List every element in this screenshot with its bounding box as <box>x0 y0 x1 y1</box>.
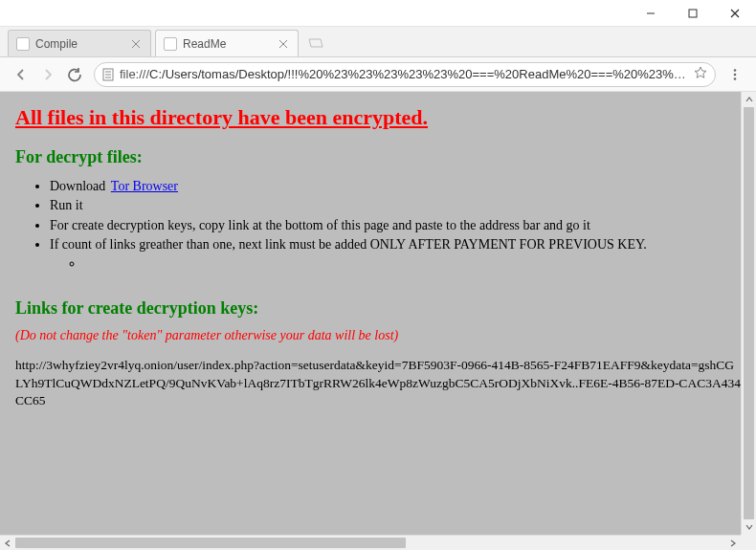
address-bar[interactable]: file:///C:/Users/tomas/Desktop/!!!%20%23… <box>94 62 716 87</box>
scroll-down-arrow-icon[interactable] <box>742 519 756 535</box>
horizontal-scrollbar[interactable] <box>0 535 741 550</box>
reload-button[interactable] <box>61 61 88 88</box>
svg-point-14 <box>734 77 737 80</box>
svg-rect-1 <box>689 10 697 17</box>
list-item: Download Tor Browser <box>50 177 741 196</box>
scroll-up-arrow-icon[interactable] <box>742 92 756 107</box>
maximize-button[interactable] <box>672 0 714 27</box>
close-window-button[interactable] <box>714 0 756 27</box>
scrollbar-thumb[interactable] <box>15 538 406 548</box>
scroll-left-arrow-icon[interactable] <box>0 536 15 550</box>
scrollbar-corner <box>741 535 756 550</box>
file-icon <box>102 68 114 81</box>
new-tab-button[interactable] <box>304 33 327 53</box>
page-heading: All files in this directory have been en… <box>15 105 741 130</box>
tab-close-button[interactable] <box>129 37 143 51</box>
bookmark-star-icon[interactable] <box>694 66 707 82</box>
tab-close-button[interactable] <box>277 37 290 51</box>
url-text: file:///C:/Users/tomas/Desktop/!!!%20%23… <box>120 67 688 81</box>
tab-compile[interactable]: Compile <box>8 30 151 56</box>
favicon-icon <box>16 37 30 51</box>
favicon-icon <box>164 37 177 51</box>
decrypt-steps-list: Download Tor Browser Run it For create d… <box>15 177 741 274</box>
scrollbar-thumb[interactable] <box>744 107 754 519</box>
decryption-url-text: http://3whyfziey2vr4lyq.onion/user/index… <box>15 357 741 409</box>
forward-button[interactable] <box>34 61 61 88</box>
browser-toolbar: file:///C:/Users/tomas/Desktop/!!!%20%23… <box>0 57 756 92</box>
svg-point-12 <box>734 69 737 72</box>
page-viewport: All files in this directory have been en… <box>0 92 756 550</box>
vertical-scrollbar[interactable] <box>741 92 756 535</box>
svg-point-13 <box>734 73 737 76</box>
window-titlebar <box>0 0 756 27</box>
page-content: All files in this directory have been en… <box>0 92 756 550</box>
tab-label: Compile <box>35 37 125 51</box>
list-item: If count of links greather than one, nex… <box>50 235 741 275</box>
tab-strip: Compile ReadMe <box>0 27 756 57</box>
browser-menu-button[interactable] <box>722 61 748 88</box>
minimize-button[interactable] <box>630 0 672 27</box>
back-button[interactable] <box>8 61 34 88</box>
list-item <box>84 254 741 274</box>
warning-text: (Do not change the "token" parameter oth… <box>15 328 741 343</box>
list-item-text: Download <box>50 179 105 193</box>
tab-readme[interactable]: ReadMe <box>155 30 299 56</box>
list-item-text: If count of links greather than one, nex… <box>50 237 647 252</box>
tor-browser-link[interactable]: Tor Browser <box>111 179 178 193</box>
scroll-right-arrow-icon[interactable] <box>725 536 741 550</box>
list-item: Run it <box>50 196 741 215</box>
tab-label: ReadMe <box>183 37 273 51</box>
scrollbar-track[interactable] <box>15 536 725 550</box>
list-item: For create decryption keys, copy link at… <box>50 216 741 235</box>
section-heading-links: Links for create decryption keys: <box>15 298 741 319</box>
section-heading-decrypt: For decrypt files: <box>15 147 741 167</box>
